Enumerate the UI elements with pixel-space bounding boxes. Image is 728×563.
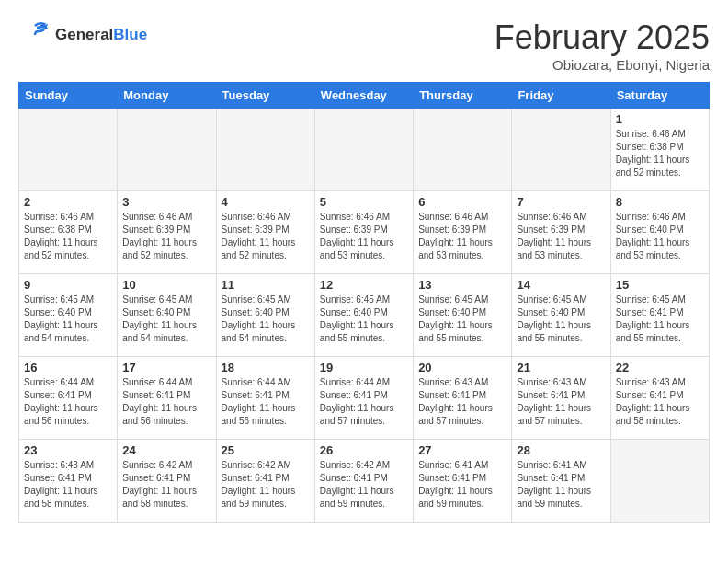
day-cell: 2Sunrise: 6:46 AM Sunset: 6:38 PM Daylig… bbox=[19, 191, 118, 274]
day-info: Sunrise: 6:44 AM Sunset: 6:41 PM Dayligh… bbox=[320, 376, 408, 428]
day-number: 26 bbox=[320, 443, 408, 457]
day-cell: 4Sunrise: 6:46 AM Sunset: 6:39 PM Daylig… bbox=[216, 191, 314, 274]
calendar: SundayMondayTuesdayWednesdayThursdayFrid… bbox=[18, 82, 710, 523]
day-info: Sunrise: 6:46 AM Sunset: 6:38 PM Dayligh… bbox=[24, 211, 112, 262]
weekday-header-thursday: Thursday bbox=[414, 83, 512, 109]
week-row-2: 2Sunrise: 6:46 AM Sunset: 6:38 PM Daylig… bbox=[19, 191, 710, 274]
day-cell: 10Sunrise: 6:45 AM Sunset: 6:40 PM Dayli… bbox=[118, 274, 216, 357]
day-info: Sunrise: 6:43 AM Sunset: 6:41 PM Dayligh… bbox=[24, 459, 112, 511]
day-number: 11 bbox=[222, 278, 310, 292]
day-number: 13 bbox=[418, 278, 506, 292]
day-info: Sunrise: 6:46 AM Sunset: 6:39 PM Dayligh… bbox=[320, 211, 408, 262]
day-number: 18 bbox=[222, 361, 310, 374]
day-cell bbox=[216, 109, 314, 191]
day-info: Sunrise: 6:41 AM Sunset: 6:41 PM Dayligh… bbox=[517, 459, 605, 511]
day-info: Sunrise: 6:44 AM Sunset: 6:41 PM Dayligh… bbox=[24, 376, 112, 428]
day-cell: 16Sunrise: 6:44 AM Sunset: 6:41 PM Dayli… bbox=[19, 357, 118, 440]
month-title: February 2025 bbox=[495, 18, 710, 57]
day-number: 7 bbox=[517, 195, 605, 209]
day-cell: 12Sunrise: 6:45 AM Sunset: 6:40 PM Dayli… bbox=[314, 274, 413, 357]
day-info: Sunrise: 6:46 AM Sunset: 6:39 PM Dayligh… bbox=[122, 211, 210, 262]
day-info: Sunrise: 6:44 AM Sunset: 6:41 PM Dayligh… bbox=[222, 376, 310, 428]
weekday-header-tuesday: Tuesday bbox=[216, 83, 314, 109]
day-cell: 28Sunrise: 6:41 AM Sunset: 6:41 PM Dayli… bbox=[512, 440, 610, 523]
weekday-header-sunday: Sunday bbox=[19, 83, 118, 109]
day-info: Sunrise: 6:46 AM Sunset: 6:40 PM Dayligh… bbox=[616, 211, 704, 262]
day-info: Sunrise: 6:45 AM Sunset: 6:40 PM Dayligh… bbox=[517, 293, 605, 345]
day-number: 10 bbox=[122, 278, 210, 292]
day-info: Sunrise: 6:46 AM Sunset: 6:39 PM Dayligh… bbox=[418, 211, 506, 262]
day-info: Sunrise: 6:46 AM Sunset: 6:39 PM Dayligh… bbox=[517, 211, 605, 262]
day-number: 9 bbox=[24, 278, 112, 292]
logo: GeneralBlue bbox=[18, 18, 147, 52]
day-number: 6 bbox=[418, 195, 506, 209]
day-cell: 19Sunrise: 6:44 AM Sunset: 6:41 PM Dayli… bbox=[314, 357, 413, 440]
day-cell: 18Sunrise: 6:44 AM Sunset: 6:41 PM Dayli… bbox=[216, 357, 314, 440]
day-cell: 9Sunrise: 6:45 AM Sunset: 6:40 PM Daylig… bbox=[19, 274, 118, 357]
day-cell: 6Sunrise: 6:46 AM Sunset: 6:39 PM Daylig… bbox=[414, 191, 512, 274]
day-info: Sunrise: 6:45 AM Sunset: 6:40 PM Dayligh… bbox=[320, 293, 408, 345]
day-number: 3 bbox=[122, 195, 210, 209]
day-info: Sunrise: 6:42 AM Sunset: 6:41 PM Dayligh… bbox=[222, 459, 310, 511]
weekday-header-friday: Friday bbox=[512, 83, 610, 109]
day-info: Sunrise: 6:42 AM Sunset: 6:41 PM Dayligh… bbox=[122, 459, 210, 511]
day-info: Sunrise: 6:45 AM Sunset: 6:40 PM Dayligh… bbox=[222, 293, 310, 345]
day-number: 8 bbox=[616, 195, 704, 209]
day-number: 27 bbox=[418, 443, 506, 457]
week-row-3: 9Sunrise: 6:45 AM Sunset: 6:40 PM Daylig… bbox=[19, 274, 710, 357]
day-info: Sunrise: 6:45 AM Sunset: 6:40 PM Dayligh… bbox=[418, 293, 506, 345]
day-cell: 26Sunrise: 6:42 AM Sunset: 6:41 PM Dayli… bbox=[314, 440, 413, 523]
weekday-header-saturday: Saturday bbox=[610, 83, 709, 109]
day-number: 28 bbox=[517, 443, 605, 457]
day-info: Sunrise: 6:42 AM Sunset: 6:41 PM Dayligh… bbox=[320, 459, 408, 511]
day-cell: 13Sunrise: 6:45 AM Sunset: 6:40 PM Dayli… bbox=[414, 274, 512, 357]
day-cell bbox=[19, 109, 118, 191]
day-cell: 22Sunrise: 6:43 AM Sunset: 6:41 PM Dayli… bbox=[610, 357, 709, 440]
day-cell: 25Sunrise: 6:42 AM Sunset: 6:41 PM Dayli… bbox=[216, 440, 314, 523]
day-number: 20 bbox=[418, 361, 506, 374]
week-row-1: 1Sunrise: 6:46 AM Sunset: 6:38 PM Daylig… bbox=[19, 109, 710, 191]
day-info: Sunrise: 6:44 AM Sunset: 6:41 PM Dayligh… bbox=[122, 376, 210, 428]
week-row-4: 16Sunrise: 6:44 AM Sunset: 6:41 PM Dayli… bbox=[19, 357, 710, 440]
day-info: Sunrise: 6:43 AM Sunset: 6:41 PM Dayligh… bbox=[418, 376, 506, 428]
day-number: 22 bbox=[616, 361, 704, 374]
day-cell: 21Sunrise: 6:43 AM Sunset: 6:41 PM Dayli… bbox=[512, 357, 610, 440]
day-info: Sunrise: 6:43 AM Sunset: 6:41 PM Dayligh… bbox=[616, 376, 704, 428]
day-info: Sunrise: 6:45 AM Sunset: 6:40 PM Dayligh… bbox=[24, 293, 112, 345]
logo-icon bbox=[18, 18, 51, 52]
location: Obiozara, Ebonyi, Nigeria bbox=[495, 57, 710, 73]
day-number: 2 bbox=[24, 195, 112, 209]
logo-general: GeneralBlue bbox=[55, 26, 147, 44]
day-number: 25 bbox=[222, 443, 310, 457]
weekday-header-wednesday: Wednesday bbox=[314, 83, 413, 109]
day-number: 12 bbox=[320, 278, 408, 292]
day-info: Sunrise: 6:45 AM Sunset: 6:41 PM Dayligh… bbox=[616, 293, 704, 345]
page-header: GeneralBlue February 2025 Obiozara, Ebon… bbox=[18, 18, 710, 73]
day-info: Sunrise: 6:41 AM Sunset: 6:41 PM Dayligh… bbox=[418, 459, 506, 511]
day-cell: 23Sunrise: 6:43 AM Sunset: 6:41 PM Dayli… bbox=[19, 440, 118, 523]
day-cell: 1Sunrise: 6:46 AM Sunset: 6:38 PM Daylig… bbox=[610, 109, 709, 191]
day-info: Sunrise: 6:46 AM Sunset: 6:39 PM Dayligh… bbox=[222, 211, 310, 262]
day-cell bbox=[118, 109, 216, 191]
day-number: 14 bbox=[517, 278, 605, 292]
day-info: Sunrise: 6:45 AM Sunset: 6:40 PM Dayligh… bbox=[122, 293, 210, 345]
day-number: 21 bbox=[517, 361, 605, 374]
day-number: 16 bbox=[24, 361, 112, 374]
day-cell: 24Sunrise: 6:42 AM Sunset: 6:41 PM Dayli… bbox=[118, 440, 216, 523]
day-number: 1 bbox=[616, 112, 704, 126]
day-cell bbox=[512, 109, 610, 191]
day-cell bbox=[314, 109, 413, 191]
day-cell: 11Sunrise: 6:45 AM Sunset: 6:40 PM Dayli… bbox=[216, 274, 314, 357]
day-cell: 27Sunrise: 6:41 AM Sunset: 6:41 PM Dayli… bbox=[414, 440, 512, 523]
day-number: 23 bbox=[24, 443, 112, 457]
week-row-5: 23Sunrise: 6:43 AM Sunset: 6:41 PM Dayli… bbox=[19, 440, 710, 523]
day-cell: 7Sunrise: 6:46 AM Sunset: 6:39 PM Daylig… bbox=[512, 191, 610, 274]
day-cell: 17Sunrise: 6:44 AM Sunset: 6:41 PM Dayli… bbox=[118, 357, 216, 440]
title-block: February 2025 Obiozara, Ebonyi, Nigeria bbox=[495, 18, 710, 73]
day-number: 4 bbox=[222, 195, 310, 209]
day-info: Sunrise: 6:46 AM Sunset: 6:38 PM Dayligh… bbox=[616, 128, 704, 179]
day-number: 15 bbox=[616, 278, 704, 292]
day-cell: 3Sunrise: 6:46 AM Sunset: 6:39 PM Daylig… bbox=[118, 191, 216, 274]
day-info: Sunrise: 6:43 AM Sunset: 6:41 PM Dayligh… bbox=[517, 376, 605, 428]
day-cell: 20Sunrise: 6:43 AM Sunset: 6:41 PM Dayli… bbox=[414, 357, 512, 440]
